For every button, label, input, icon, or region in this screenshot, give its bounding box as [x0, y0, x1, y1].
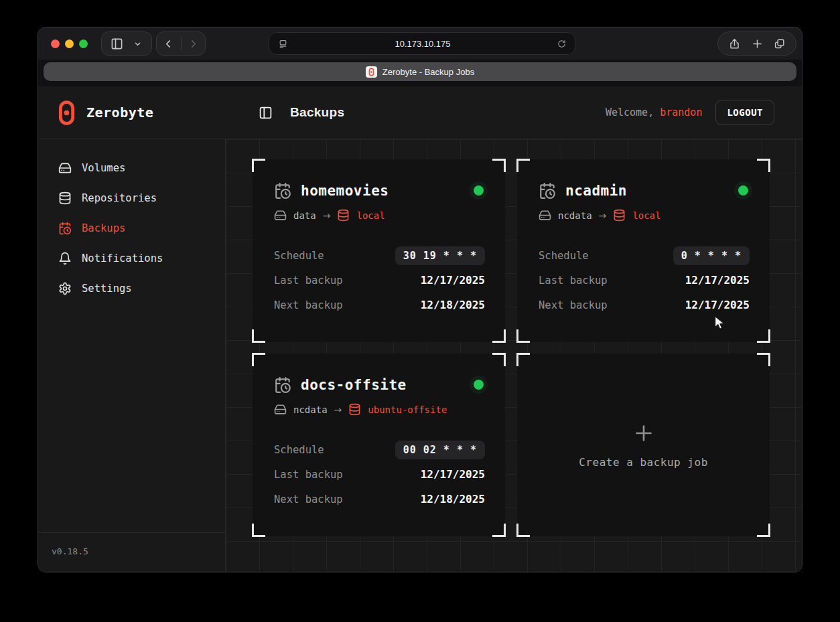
corner-bracket — [492, 159, 506, 172]
zoom-window-button[interactable] — [79, 40, 88, 48]
corner-bracket — [757, 159, 770, 172]
schedule-label: Schedule — [539, 250, 589, 262]
panel-left-icon[interactable] — [259, 106, 273, 120]
tab-overview-icon[interactable] — [773, 37, 786, 50]
schedule-cron: 00 02 * * * — [395, 441, 485, 459]
url-text[interactable]: 10.173.10.175 — [289, 39, 557, 49]
job-details: Schedule00 02 * * * Last backup12/17/202… — [274, 437, 485, 512]
app-body: Volumes Repositories Backups Notifi — [38, 139, 802, 572]
next-backup-label: Next backup — [274, 493, 343, 506]
forward-button[interactable] — [188, 38, 199, 50]
arrow-right-icon: → — [323, 210, 331, 221]
destination-repository: local — [356, 210, 384, 221]
page-title: Backups — [290, 105, 344, 120]
page-title-wrap: Backups — [259, 86, 344, 139]
job-route: ncdata → local — [539, 209, 750, 222]
last-backup-date: 12/17/2025 — [685, 274, 750, 287]
backup-job-card-docs-offsite[interactable]: docs-offsite ncdata → ubuntu-offsite Sch… — [253, 354, 505, 536]
sidebar-item-notifications[interactable]: Notifications — [38, 243, 225, 273]
job-route: data → local — [274, 209, 485, 222]
arrow-right-icon: → — [334, 404, 342, 415]
bell-icon — [58, 252, 72, 265]
sidebar-footer: v0.18.5 — [38, 532, 225, 572]
database-icon — [348, 403, 361, 416]
source-volume: data — [293, 210, 316, 221]
sidebar-nav: Volumes Repositories Backups Notifi — [38, 139, 225, 532]
share-icon[interactable] — [728, 37, 741, 50]
tab-strip: Zerobyte - Backup Jobs — [38, 60, 802, 86]
source-volume: ncdata — [558, 210, 592, 221]
favicon — [366, 66, 377, 78]
sidebar-toggle-icon[interactable] — [111, 37, 123, 50]
browser-toolbar: 10.173.10.175 — [38, 27, 802, 60]
destination-repository: local — [632, 210, 660, 221]
database-icon — [58, 191, 72, 205]
hard-drive-icon — [274, 209, 287, 222]
sidebar-item-backups[interactable]: Backups — [38, 213, 225, 243]
next-backup-label: Next backup — [539, 299, 608, 311]
address-bar[interactable]: 10.173.10.175 — [269, 32, 575, 55]
sidebar-item-label: Backups — [82, 222, 125, 234]
browser-actions-group — [717, 31, 796, 56]
corner-bracket — [516, 159, 530, 172]
sidebar-item-label: Repositories — [82, 192, 157, 204]
back-button[interactable] — [163, 38, 174, 50]
last-backup-label: Last backup — [274, 469, 343, 481]
sidebar-item-settings[interactable]: Settings — [38, 273, 225, 303]
last-backup-label: Last backup — [274, 275, 343, 287]
next-backup-date: 12/18/2025 — [421, 493, 485, 506]
close-window-button[interactable] — [51, 40, 60, 48]
hard-drive-icon — [539, 209, 551, 222]
backup-jobs-grid: homemovies data → local Schedule30 19 * … — [226, 139, 802, 572]
next-backup-date: 12/18/2025 — [421, 299, 485, 311]
divider — [181, 37, 182, 50]
corner-bracket — [492, 353, 506, 366]
brand-name: Zerobyte — [86, 104, 153, 121]
backup-job-card-homemovies[interactable]: homemovies data → local Schedule30 19 * … — [253, 159, 505, 342]
status-ok-dot — [738, 185, 748, 196]
sidebar-item-label: Settings — [82, 283, 132, 295]
source-volume: ncdata — [293, 404, 328, 415]
zerobyte-app: Zerobyte Backups Welcome, brandon LOGOUT — [38, 86, 802, 572]
hard-drive-icon — [274, 403, 287, 416]
create-backup-job-card[interactable]: Create a backup job — [517, 354, 770, 536]
calendar-clock-icon — [274, 182, 291, 200]
job-name: docs-offsite — [301, 377, 407, 393]
schedule-label: Schedule — [274, 250, 324, 262]
browser-nav-group — [156, 31, 206, 56]
new-tab-icon[interactable] — [751, 37, 764, 50]
tab-title: Zerobyte - Backup Jobs — [382, 67, 474, 77]
reload-icon[interactable] — [557, 39, 567, 49]
brand[interactable]: Zerobyte — [58, 86, 153, 139]
job-route: ncdata → ubuntu-offsite — [274, 403, 485, 416]
sidebar-item-volumes[interactable]: Volumes — [38, 153, 225, 183]
active-tab[interactable]: Zerobyte - Backup Jobs — [44, 62, 796, 81]
minimize-window-button[interactable] — [65, 40, 74, 48]
schedule-cron: 30 19 * * * — [395, 246, 485, 265]
corner-bracket — [252, 524, 265, 537]
card-header: ncadmin — [539, 182, 750, 200]
schedule-cron: 0 * * * * — [673, 246, 750, 265]
last-backup-label: Last backup — [539, 275, 608, 287]
hard-drive-icon — [58, 161, 72, 175]
job-name: homemovies — [301, 183, 389, 199]
browser-window: 10.173.10.175 Zerobyte - Backup Jobs — [38, 27, 802, 572]
job-details: Schedule0 * * * * Last backup12/17/2025 … — [539, 243, 750, 317]
last-backup-date: 12/17/2025 — [421, 274, 485, 287]
database-icon — [613, 209, 626, 222]
backup-job-card-ncadmin[interactable]: ncadmin ncdata → local Schedule0 * * * * — [517, 159, 770, 342]
corner-bracket — [757, 353, 770, 366]
schedule-label: Schedule — [274, 444, 324, 456]
welcome-text: Welcome, brandon — [606, 106, 703, 119]
card-header: homemovies — [274, 182, 485, 200]
status-ok-dot — [474, 380, 484, 390]
chevron-down-icon[interactable] — [133, 39, 143, 49]
sidebar-item-label: Notifications — [82, 252, 163, 264]
corner-bracket — [516, 329, 530, 343]
logout-button[interactable]: LOGOUT — [715, 100, 774, 125]
page-settings-icon[interactable] — [277, 38, 289, 50]
corner-bracket — [252, 353, 265, 366]
job-name: ncadmin — [565, 183, 627, 199]
sidebar-item-label: Volumes — [82, 162, 125, 174]
sidebar-item-repositories[interactable]: Repositories — [38, 183, 225, 213]
